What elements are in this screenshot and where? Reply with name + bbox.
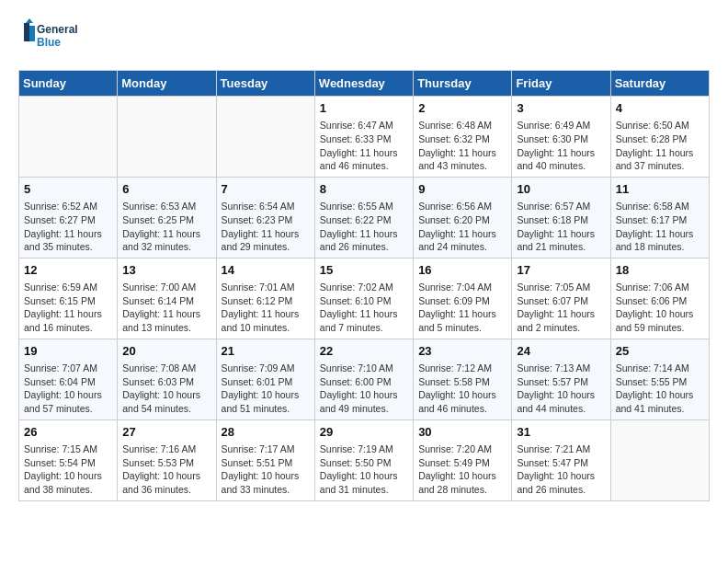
day-info: Sunrise: 7:09 AM Sunset: 6:01 PM Dayligh… [222, 362, 310, 416]
day-info: Sunrise: 6:53 AM Sunset: 6:25 PM Dayligh… [122, 200, 210, 254]
weekday-header-wednesday: Wednesday [314, 71, 413, 97]
day-info: Sunrise: 7:19 AM Sunset: 5:50 PM Dayligh… [320, 442, 408, 497]
weekday-header-friday: Friday [512, 71, 610, 97]
day-info: Sunrise: 7:14 AM Sunset: 5:55 PM Dayligh… [616, 362, 704, 416]
calendar-cell [610, 419, 709, 500]
day-info: Sunrise: 7:02 AM Sunset: 6:10 PM Dayligh… [320, 281, 408, 335]
day-number: 12 [24, 262, 112, 279]
day-number: 14 [222, 262, 310, 279]
calendar-week-1: 1Sunrise: 6:47 AM Sunset: 6:33 PM Daylig… [19, 97, 710, 178]
day-number: 7 [222, 181, 310, 198]
calendar-cell [19, 97, 118, 178]
calendar-cell: 27Sunrise: 7:16 AM Sunset: 5:53 PM Dayli… [118, 419, 216, 500]
day-info: Sunrise: 6:57 AM Sunset: 6:18 PM Dayligh… [517, 200, 605, 254]
calendar-cell: 25Sunrise: 7:14 AM Sunset: 5:55 PM Dayli… [610, 339, 709, 419]
day-number: 18 [616, 262, 704, 279]
day-number: 31 [517, 424, 605, 441]
day-info: Sunrise: 7:12 AM Sunset: 5:58 PM Dayligh… [418, 362, 506, 416]
day-info: Sunrise: 6:56 AM Sunset: 6:20 PM Dayligh… [418, 200, 506, 254]
weekday-header-saturday: Saturday [610, 71, 709, 97]
day-info: Sunrise: 7:17 AM Sunset: 5:51 PM Dayligh… [222, 442, 310, 497]
calendar-cell: 30Sunrise: 7:20 AM Sunset: 5:49 PM Dayli… [414, 419, 512, 500]
calendar-cell: 21Sunrise: 7:09 AM Sunset: 6:01 PM Dayli… [216, 339, 314, 419]
day-number: 17 [517, 262, 605, 279]
weekday-header-row: SundayMondayTuesdayWednesdayThursdayFrid… [19, 71, 710, 97]
calendar-cell: 7Sunrise: 6:54 AM Sunset: 6:23 PM Daylig… [216, 177, 314, 258]
day-number: 6 [122, 181, 210, 198]
day-number: 2 [418, 100, 506, 117]
calendar-cell: 14Sunrise: 7:01 AM Sunset: 6:12 PM Dayli… [216, 258, 314, 339]
calendar-cell: 19Sunrise: 7:07 AM Sunset: 6:04 PM Dayli… [19, 339, 118, 419]
weekday-header-sunday: Sunday [19, 71, 118, 97]
day-number: 28 [222, 424, 310, 441]
calendar-cell: 8Sunrise: 6:55 AM Sunset: 6:22 PM Daylig… [314, 177, 413, 258]
calendar-cell: 22Sunrise: 7:10 AM Sunset: 6:00 PM Dayli… [314, 339, 413, 419]
weekday-header-tuesday: Tuesday [216, 71, 314, 97]
day-info: Sunrise: 7:01 AM Sunset: 6:12 PM Dayligh… [222, 281, 310, 335]
day-info: Sunrise: 6:58 AM Sunset: 6:17 PM Dayligh… [616, 200, 704, 254]
calendar-cell: 9Sunrise: 6:56 AM Sunset: 6:20 PM Daylig… [414, 177, 512, 258]
calendar-cell: 20Sunrise: 7:08 AM Sunset: 6:03 PM Dayli… [118, 339, 216, 419]
day-info: Sunrise: 6:50 AM Sunset: 6:28 PM Dayligh… [616, 119, 704, 173]
day-number: 29 [320, 424, 408, 441]
day-number: 22 [320, 343, 408, 360]
day-number: 10 [517, 181, 605, 198]
calendar-cell: 1Sunrise: 6:47 AM Sunset: 6:33 PM Daylig… [314, 97, 413, 178]
day-info: Sunrise: 7:13 AM Sunset: 5:57 PM Dayligh… [517, 362, 605, 416]
day-number: 20 [122, 343, 210, 360]
day-number: 30 [418, 424, 506, 441]
calendar-cell: 10Sunrise: 6:57 AM Sunset: 6:18 PM Dayli… [512, 177, 610, 258]
svg-text:General: General [37, 23, 78, 36]
calendar-cell: 2Sunrise: 6:48 AM Sunset: 6:32 PM Daylig… [414, 97, 512, 178]
day-info: Sunrise: 7:10 AM Sunset: 6:00 PM Dayligh… [320, 362, 408, 416]
day-info: Sunrise: 7:00 AM Sunset: 6:14 PM Dayligh… [122, 281, 210, 335]
calendar-cell [216, 97, 314, 178]
calendar-cell: 3Sunrise: 6:49 AM Sunset: 6:30 PM Daylig… [512, 97, 610, 178]
day-info: Sunrise: 7:20 AM Sunset: 5:49 PM Dayligh… [418, 442, 506, 497]
calendar-cell: 24Sunrise: 7:13 AM Sunset: 5:57 PM Dayli… [512, 339, 610, 419]
logo: General Blue [18, 18, 83, 55]
weekday-header-thursday: Thursday [414, 71, 512, 97]
day-number: 8 [320, 181, 408, 198]
day-number: 24 [517, 343, 605, 360]
calendar-cell: 12Sunrise: 6:59 AM Sunset: 6:15 PM Dayli… [19, 258, 118, 339]
day-number: 13 [122, 262, 210, 279]
day-info: Sunrise: 6:55 AM Sunset: 6:22 PM Dayligh… [320, 200, 408, 254]
day-number: 21 [222, 343, 310, 360]
calendar-cell: 23Sunrise: 7:12 AM Sunset: 5:58 PM Dayli… [414, 339, 512, 419]
day-info: Sunrise: 7:15 AM Sunset: 5:54 PM Dayligh… [24, 442, 112, 497]
day-number: 19 [24, 343, 112, 360]
day-info: Sunrise: 7:06 AM Sunset: 6:06 PM Dayligh… [616, 281, 704, 335]
day-info: Sunrise: 7:04 AM Sunset: 6:09 PM Dayligh… [418, 281, 506, 335]
calendar-week-4: 19Sunrise: 7:07 AM Sunset: 6:04 PM Dayli… [19, 339, 710, 419]
calendar-cell: 28Sunrise: 7:17 AM Sunset: 5:51 PM Dayli… [216, 419, 314, 500]
day-info: Sunrise: 6:54 AM Sunset: 6:23 PM Dayligh… [222, 200, 310, 254]
day-info: Sunrise: 7:05 AM Sunset: 6:07 PM Dayligh… [517, 281, 605, 335]
day-number: 16 [418, 262, 506, 279]
day-info: Sunrise: 6:49 AM Sunset: 6:30 PM Dayligh… [517, 119, 605, 173]
calendar-cell: 29Sunrise: 7:19 AM Sunset: 5:50 PM Dayli… [314, 419, 413, 500]
day-number: 11 [616, 181, 704, 198]
day-info: Sunrise: 6:59 AM Sunset: 6:15 PM Dayligh… [24, 281, 112, 335]
svg-rect-3 [24, 23, 29, 41]
svg-marker-2 [26, 18, 33, 23]
day-info: Sunrise: 7:07 AM Sunset: 6:04 PM Dayligh… [24, 362, 112, 416]
weekday-header-monday: Monday [118, 71, 216, 97]
calendar-week-5: 26Sunrise: 7:15 AM Sunset: 5:54 PM Dayli… [19, 419, 710, 500]
calendar-cell: 16Sunrise: 7:04 AM Sunset: 6:09 PM Dayli… [414, 258, 512, 339]
svg-text:Blue: Blue [37, 36, 61, 49]
calendar-cell: 18Sunrise: 7:06 AM Sunset: 6:06 PM Dayli… [610, 258, 709, 339]
day-number: 15 [320, 262, 408, 279]
calendar-week-2: 5Sunrise: 6:52 AM Sunset: 6:27 PM Daylig… [19, 177, 710, 258]
calendar-cell: 26Sunrise: 7:15 AM Sunset: 5:54 PM Dayli… [19, 419, 118, 500]
calendar-cell: 5Sunrise: 6:52 AM Sunset: 6:27 PM Daylig… [19, 177, 118, 258]
day-info: Sunrise: 6:47 AM Sunset: 6:33 PM Dayligh… [320, 119, 408, 173]
day-number: 9 [418, 181, 506, 198]
day-info: Sunrise: 7:16 AM Sunset: 5:53 PM Dayligh… [122, 442, 210, 497]
day-info: Sunrise: 6:48 AM Sunset: 6:32 PM Dayligh… [418, 119, 506, 173]
day-info: Sunrise: 7:21 AM Sunset: 5:47 PM Dayligh… [517, 442, 605, 497]
calendar-cell: 11Sunrise: 6:58 AM Sunset: 6:17 PM Dayli… [610, 177, 709, 258]
day-number: 27 [122, 424, 210, 441]
day-info: Sunrise: 6:52 AM Sunset: 6:27 PM Dayligh… [24, 200, 112, 254]
day-number: 23 [418, 343, 506, 360]
